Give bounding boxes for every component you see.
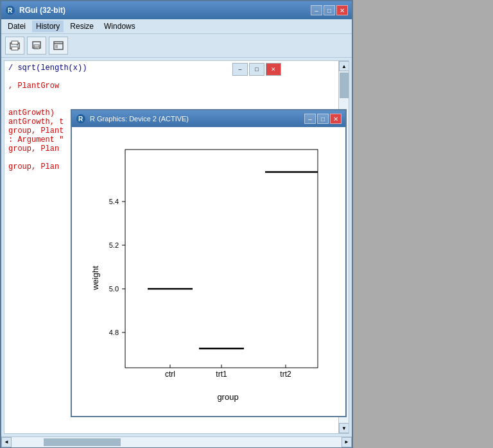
title-bar-left: R RGui (32-bit) (5, 5, 65, 15)
sub-minimize-btn[interactable]: – (232, 63, 248, 76)
scroll-down-button[interactable]: ▼ (339, 423, 349, 433)
svg-point-5 (17, 44, 18, 46)
console-line-1: / sqrt(length(x)) (8, 64, 334, 73)
graphics-close-btn[interactable]: ✕ (330, 114, 342, 124)
plot-box (125, 150, 318, 368)
x-label-trt2: trt2 (280, 370, 291, 379)
console-line-3: , PlantGrow (8, 82, 334, 90)
minimize-button[interactable]: – (311, 5, 322, 15)
printer-icon (31, 40, 42, 51)
hscroll-track (12, 437, 342, 447)
sub-close-btn[interactable]: ✕ (266, 63, 281, 76)
title-bar: R RGui (32-bit) – □ ✕ (1, 1, 352, 19)
svg-text:R: R (8, 7, 13, 14)
toolbar (1, 34, 352, 58)
menu-history[interactable]: History (32, 21, 64, 32)
scroll-thumb[interactable] (340, 73, 349, 98)
console-line-2 (8, 73, 334, 82)
x-axis-label: group (217, 392, 238, 402)
x-label-trt1: trt1 (216, 370, 227, 379)
scroll-right-button[interactable]: ► (342, 437, 352, 447)
svg-rect-12 (55, 45, 58, 48)
maximize-button[interactable]: □ (324, 5, 335, 15)
hscroll-thumb[interactable] (44, 438, 121, 446)
bottom-scrollbar: ◄ ► (1, 436, 352, 447)
scroll-left-button[interactable]: ◄ (1, 437, 12, 447)
y-label-48: 4.8 (109, 329, 119, 336)
graphics-title-buttons: – □ ✕ (304, 114, 342, 124)
plot-area: weight group 4.8 5.0 5.2 5.4 ctrl tr (72, 127, 345, 416)
r-graphics-icon: R (76, 114, 86, 124)
window-title: RGui (32-bit) (19, 6, 65, 15)
graphics-maximize-btn[interactable]: □ (317, 114, 329, 124)
menu-windows[interactable]: Windows (100, 21, 139, 32)
chart-svg: weight group 4.8 5.0 5.2 5.4 ctrl tr (87, 137, 331, 406)
y-label-52: 5.2 (109, 241, 119, 249)
menu-bar: Datei History Resize Windows (1, 19, 352, 34)
window-icon (53, 40, 64, 51)
printer2-button[interactable] (27, 37, 46, 55)
window-button[interactable] (49, 37, 68, 55)
graphics-window-title: R Graphics: Device 2 (ACTIVE) (90, 115, 189, 123)
graphics-title-bar: R R Graphics: Device 2 (ACTIVE) – □ ✕ (72, 110, 345, 127)
x-label-ctrl: ctrl (165, 370, 175, 379)
scroll-up-button[interactable]: ▲ (339, 61, 349, 71)
sub-window-controls: – □ ✕ (232, 63, 281, 76)
close-button[interactable]: ✕ (336, 5, 348, 15)
console-line-5 (8, 99, 334, 108)
svg-rect-3 (12, 47, 18, 50)
svg-rect-4 (12, 41, 18, 44)
console-line-4 (8, 90, 334, 99)
menu-datei[interactable]: Datei (4, 21, 30, 32)
graphics-title-left: R R Graphics: Device 2 (ACTIVE) (76, 114, 189, 124)
graphics-minimize-btn[interactable]: – (304, 114, 316, 124)
app-icon: R (5, 5, 15, 15)
graphics-window: R R Graphics: Device 2 (ACTIVE) – □ ✕ we… (71, 109, 347, 417)
sub-maximize-btn[interactable]: □ (249, 63, 264, 76)
print-icon (9, 40, 21, 51)
svg-text:R: R (78, 116, 83, 123)
y-axis-label: weight (91, 266, 100, 291)
print-button[interactable] (5, 37, 24, 55)
title-bar-buttons: – □ ✕ (311, 5, 348, 15)
y-label-50: 5.0 (109, 285, 119, 293)
menu-resize[interactable]: Resize (66, 21, 98, 32)
y-label-54: 5.4 (109, 198, 119, 205)
